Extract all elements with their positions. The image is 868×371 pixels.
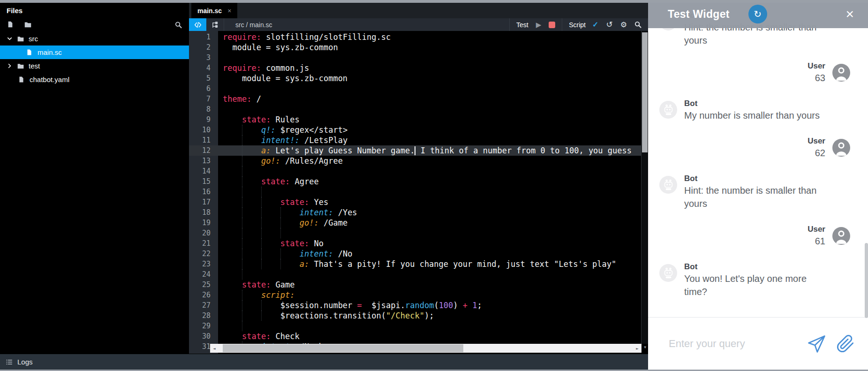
chat-scrollbar-thumb[interactable] (865, 243, 868, 318)
line-number: 28 (189, 310, 218, 321)
code-line-12[interactable]: 12 a: Let's play Guess Number game. I th… (189, 145, 642, 156)
chevron-down-icon[interactable] (7, 36, 13, 42)
chevron-right-icon[interactable] (7, 63, 13, 69)
scroll-down-arrow[interactable]: ▼ (644, 342, 646, 353)
undo-icon[interactable]: ↺ (606, 20, 612, 30)
breadcrumb: src / main.sc (224, 21, 272, 29)
new-file-icon[interactable] (7, 21, 15, 29)
line-content: a: Let's play Guess Number game. I think… (218, 145, 642, 156)
code-line-6[interactable]: 6 (189, 83, 642, 94)
code-line-14[interactable]: 14 (189, 166, 642, 176)
user-avatar-icon (832, 64, 850, 82)
message-body: BotHint: the number is smaller than your… (684, 174, 821, 210)
indent-guide (242, 166, 242, 176)
line-number: 8 (189, 104, 218, 114)
code-line-2[interactable]: 2 module = sys.zb-common (189, 42, 642, 53)
vertical-scrollbar-thumb[interactable] (642, 32, 648, 152)
code-line-19[interactable]: 19 go!: /Game (189, 218, 642, 228)
logs-bar[interactable]: Logs (0, 354, 648, 370)
code-line-20[interactable]: 20 (189, 228, 642, 238)
file-tree: srcmain.sctestchatbot.yaml (0, 32, 189, 86)
code-line-5[interactable]: 5 module = sys.zb-common (189, 73, 642, 83)
line-number: 21 (189, 238, 218, 249)
code-line-24[interactable]: 24 (189, 269, 642, 280)
code-line-4[interactable]: 4require: common.js (189, 63, 642, 73)
code-line-11[interactable]: 11 intent!: /LetsPlay (189, 135, 642, 145)
code-line-17[interactable]: 17 state: Yes (189, 197, 642, 207)
code-editor[interactable]: 1require: slotfilling/slotFilling.sc2 mo… (189, 31, 648, 354)
scroll-right-arrow[interactable]: ► (633, 343, 642, 354)
code-line-30[interactable]: 30 state: Check (189, 331, 642, 341)
code-line-25[interactable]: 25 state: Game (189, 280, 642, 290)
bot-avatar-icon (659, 264, 677, 282)
close-widget-button[interactable]: × (845, 7, 854, 21)
query-input[interactable]: Enter your query (669, 338, 745, 350)
logs-list-icon (6, 358, 13, 366)
bot-avatar-icon (659, 101, 677, 119)
code-line-13[interactable]: 13 go!: /Rules/Agree (189, 156, 642, 166)
code-line-27[interactable]: 27 $session.number = $jsapi.random(100) … (189, 300, 642, 310)
folder-icon (17, 62, 24, 70)
flow-view-button[interactable] (206, 18, 224, 31)
flow-icon (211, 21, 219, 29)
code-line-28[interactable]: 28 $reactions.transition("/Check"); (189, 310, 642, 321)
code-line-15[interactable]: 15 state: Agree (189, 176, 642, 187)
vertical-scrollbar[interactable] (641, 31, 648, 344)
test-widget-header: Test Widget ↻ × (648, 0, 868, 28)
bot-message: BotMy number is smaller than yours (648, 98, 868, 122)
code-line-1[interactable]: 1require: slotfilling/slotFilling.sc (189, 32, 642, 42)
code-view-button[interactable] (189, 18, 206, 31)
line-number: 6 (189, 83, 218, 94)
tree-item-main-sc[interactable]: main.sc (0, 45, 189, 59)
editor-search-icon[interactable] (634, 21, 642, 29)
chat-history[interactable]: BotHint: the number is smaller than your… (648, 0, 868, 318)
code-line-29[interactable]: 29 (189, 321, 642, 331)
code-line-18[interactable]: 18 intent: /Yes (189, 207, 642, 218)
line-number: 25 (189, 280, 218, 290)
message-body: User63 (808, 61, 825, 84)
run-test-button[interactable]: ▶ (536, 21, 542, 29)
horizontal-scrollbar-track[interactable] (219, 344, 633, 353)
indent-guide (242, 135, 242, 145)
tree-item-test[interactable]: test (0, 59, 189, 73)
tree-item-chatbot-yaml[interactable]: chatbot.yaml (0, 73, 189, 86)
send-icon[interactable] (806, 333, 827, 354)
line-content (218, 187, 642, 197)
line-number: 17 (189, 197, 218, 207)
restart-session-button[interactable]: ↻ (748, 5, 767, 23)
file-icon (18, 76, 25, 83)
scroll-left-arrow[interactable]: ◄ (210, 343, 219, 354)
stop-button[interactable] (549, 22, 555, 28)
line-content: module = sys.zb-common (218, 42, 642, 53)
horizontal-scrollbar[interactable]: ◄ ► (210, 344, 642, 353)
line-content: intent: /No (218, 249, 642, 259)
code-line-7[interactable]: 7theme: / (189, 94, 642, 104)
attach-file-icon[interactable] (836, 334, 855, 353)
user-message: User61 (648, 224, 868, 248)
code-line-23[interactable]: 23 a: That's a pity! If you change your … (189, 259, 642, 269)
code-line-22[interactable]: 22 intent: /No (189, 249, 642, 259)
line-content: require: common.js (218, 63, 642, 73)
validate-check-icon[interactable]: ✓ (592, 20, 598, 29)
script-label: Script (569, 21, 586, 29)
code-line-3[interactable]: 3 (189, 53, 642, 63)
tree-item-src[interactable]: src (0, 32, 189, 45)
tab-main-sc[interactable]: main.sc× (191, 3, 237, 18)
line-content: state: Check (218, 331, 642, 341)
file-icon (26, 49, 33, 56)
refresh-icon: ↻ (754, 8, 762, 20)
code-line-10[interactable]: 10 q!: $regex</start> (189, 125, 642, 135)
code-line-21[interactable]: 21 state: No (189, 238, 642, 249)
line-content: go!: /Rules/Agree (218, 156, 642, 166)
code-line-9[interactable]: 9 state: Rules (189, 114, 642, 125)
code-line-16[interactable]: 16 (189, 187, 642, 197)
tab-close-icon[interactable]: × (227, 8, 231, 14)
new-folder-icon[interactable] (24, 21, 32, 29)
code-line-26[interactable]: 26 script: (189, 290, 642, 300)
settings-gear-icon[interactable]: ⚙ (620, 20, 627, 29)
files-search-icon[interactable] (174, 21, 182, 29)
chat-input-bar: Enter your query (648, 317, 868, 370)
code-line-8[interactable]: 8 (189, 104, 642, 114)
horizontal-scrollbar-thumb[interactable] (223, 344, 463, 352)
line-number: 29 (189, 321, 218, 331)
